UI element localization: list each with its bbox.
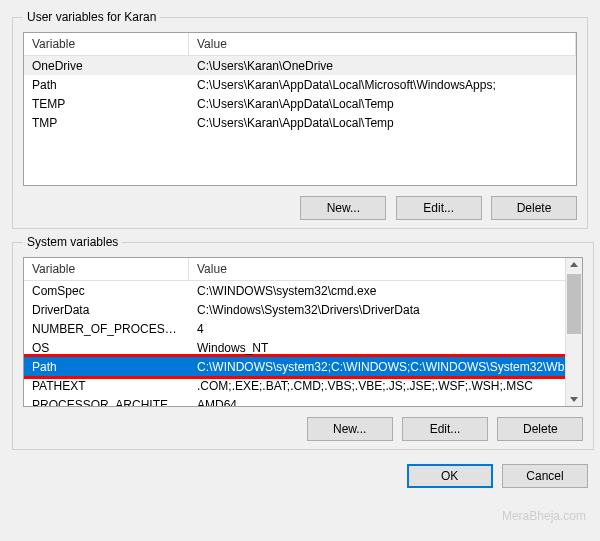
- table-row[interactable]: NUMBER_OF_PROCESSORS 4: [24, 319, 582, 338]
- scroll-thumb[interactable]: [567, 274, 581, 334]
- column-variable[interactable]: Variable: [24, 258, 189, 280]
- cell-variable: Path: [24, 75, 189, 94]
- watermark-text: MeraBheja.com: [502, 509, 586, 523]
- system-variables-group: System variables Variable Value ComSpec …: [12, 235, 594, 450]
- system-variables-table[interactable]: Variable Value ComSpec C:\WINDOWS\system…: [23, 257, 583, 407]
- table-row[interactable]: TMP C:\Users\Karan\AppData\Local\Temp: [24, 113, 576, 132]
- cell-variable: DriverData: [24, 300, 189, 319]
- cell-value: .COM;.EXE;.BAT;.CMD;.VBS;.VBE;.JS;.JSE;.…: [189, 376, 582, 395]
- column-value[interactable]: Value: [189, 33, 576, 55]
- table-row[interactable]: TEMP C:\Users\Karan\AppData\Local\Temp: [24, 94, 576, 113]
- cancel-button[interactable]: Cancel: [502, 464, 588, 488]
- cell-variable: PROCESSOR_ARCHITECTURE: [24, 395, 189, 407]
- user-button-row: New... Edit... Delete: [23, 196, 577, 220]
- cell-variable: Path: [24, 357, 189, 376]
- cell-value: C:\Windows\System32\Drivers\DriverData: [189, 300, 582, 319]
- cell-value: 4: [189, 319, 582, 338]
- user-variables-table[interactable]: Variable Value OneDrive C:\Users\Karan\O…: [23, 32, 577, 186]
- user-variables-group: User variables for Karan Variable Value …: [12, 10, 588, 229]
- cell-variable: OneDrive: [24, 56, 189, 75]
- system-scrollbar[interactable]: [565, 258, 582, 406]
- cell-variable: NUMBER_OF_PROCESSORS: [24, 319, 189, 338]
- table-row[interactable]: DriverData C:\Windows\System32\Drivers\D…: [24, 300, 582, 319]
- system-delete-button[interactable]: Delete: [497, 417, 583, 441]
- table-row[interactable]: PROCESSOR_ARCHITECTURE AMD64: [24, 395, 582, 407]
- cell-variable: ComSpec: [24, 281, 189, 300]
- ok-button[interactable]: OK: [407, 464, 493, 488]
- user-variables-body: OneDrive C:\Users\Karan\OneDrive Path C:…: [24, 56, 576, 132]
- table-row[interactable]: OneDrive C:\Users\Karan\OneDrive: [24, 56, 576, 75]
- cell-variable: TMP: [24, 113, 189, 132]
- table-row[interactable]: Path C:\WINDOWS\system32;C:\WINDOWS;C:\W…: [24, 357, 582, 376]
- dialog-button-row: OK Cancel: [10, 464, 590, 488]
- cell-variable: OS: [24, 338, 189, 357]
- table-row[interactable]: ComSpec C:\WINDOWS\system32\cmd.exe: [24, 281, 582, 300]
- cell-variable: PATHEXT: [24, 376, 189, 395]
- cell-value: AMD64: [189, 395, 582, 407]
- table-row[interactable]: Path C:\Users\Karan\AppData\Local\Micros…: [24, 75, 576, 94]
- column-variable[interactable]: Variable: [24, 33, 189, 55]
- user-variables-legend: User variables for Karan: [23, 10, 160, 24]
- table-row[interactable]: PATHEXT .COM;.EXE;.BAT;.CMD;.VBS;.VBE;.J…: [24, 376, 582, 395]
- system-variables-legend: System variables: [23, 235, 122, 249]
- cell-variable: TEMP: [24, 94, 189, 113]
- cell-value: C:\Users\Karan\OneDrive: [189, 56, 576, 75]
- system-edit-button[interactable]: Edit...: [402, 417, 488, 441]
- user-new-button[interactable]: New...: [300, 196, 386, 220]
- table-header: Variable Value: [24, 33, 576, 56]
- cell-value: C:\Users\Karan\AppData\Local\Temp: [189, 94, 576, 113]
- system-variables-body: ComSpec C:\WINDOWS\system32\cmd.exe Driv…: [24, 281, 582, 407]
- cell-value: C:\WINDOWS\system32;C:\WINDOWS;C:\WINDOW…: [189, 357, 582, 376]
- system-new-button[interactable]: New...: [307, 417, 393, 441]
- cell-value: C:\Users\Karan\AppData\Local\Microsoft\W…: [189, 75, 576, 94]
- cell-value: C:\WINDOWS\system32\cmd.exe: [189, 281, 582, 300]
- system-button-row: New... Edit... Delete: [23, 417, 583, 441]
- table-header: Variable Value: [24, 258, 582, 281]
- column-value[interactable]: Value: [189, 258, 582, 280]
- user-delete-button[interactable]: Delete: [491, 196, 577, 220]
- cell-value: C:\Users\Karan\AppData\Local\Temp: [189, 113, 576, 132]
- user-edit-button[interactable]: Edit...: [396, 196, 482, 220]
- cell-value: Windows_NT: [189, 338, 582, 357]
- table-row[interactable]: OS Windows_NT: [24, 338, 582, 357]
